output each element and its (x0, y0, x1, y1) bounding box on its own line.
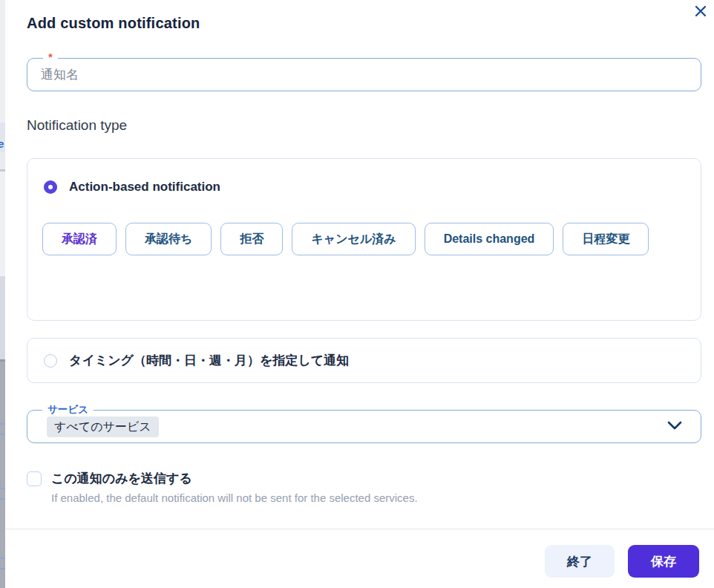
action-option-label: Action-based notification (69, 180, 220, 195)
chevron-down-icon (666, 420, 683, 434)
exclusive-send-label[interactable]: この通知のみを送信する (51, 470, 418, 488)
background-row-line (0, 498, 5, 500)
exclusive-send-texts: この通知のみを送信する If enabled, the default noti… (51, 470, 418, 504)
chip-rejected[interactable]: 拒否 (220, 223, 283, 255)
dialog-footer: 終了 保存 (545, 545, 699, 578)
close-button[interactable]: 終了 (545, 545, 615, 578)
notification-type-heading: Notification type (27, 117, 127, 134)
chip-schedule-changed[interactable]: 日程変更 (563, 223, 649, 255)
action-chip-list: 承認済 承認待ち 拒否 キャンセル済み Details changed 日程変更 (42, 223, 690, 255)
background-segment (0, 0, 5, 122)
add-custom-notification-dialog: Add custom notification * Notification t… (5, 0, 714, 588)
chip-approved[interactable]: 承認済 (42, 223, 117, 255)
background-row-line (0, 423, 5, 425)
background-segment (0, 172, 5, 276)
service-value-chip: すべてのサービス (47, 416, 159, 437)
save-button[interactable]: 保存 (628, 545, 699, 578)
footer-divider (6, 529, 714, 529)
chip-cancelled[interactable]: キャンセル済み (292, 223, 415, 255)
background-segment (0, 362, 5, 588)
checkbox-icon[interactable] (27, 471, 42, 486)
background-segment (0, 152, 5, 169)
exclusive-send-row: この通知のみを送信する If enabled, the default noti… (27, 470, 418, 504)
service-select-label: サービス (42, 404, 94, 416)
background-clipped-text: e (0, 137, 4, 150)
background-page-edge: e (0, 0, 5, 588)
background-row-line (0, 558, 5, 559)
notification-name-field: * (27, 58, 701, 91)
background-row-line (0, 434, 5, 435)
timing-option-box[interactable]: タイミング（時間・日・週・月）を指定して通知 (27, 338, 701, 383)
chip-pending-approval[interactable]: 承認待ち (125, 223, 212, 255)
chip-details-changed[interactable]: Details changed (425, 223, 554, 255)
background-row-line (0, 568, 5, 569)
close-icon[interactable] (693, 4, 708, 19)
background-segment (0, 276, 5, 359)
service-select[interactable]: サービス すべてのサービス (27, 410, 701, 443)
background-row-line (0, 488, 5, 489)
exclusive-send-helper: If enabled, the default notification wil… (51, 491, 418, 504)
dialog-title: Add custom notification (27, 15, 200, 32)
required-marker: * (43, 51, 58, 63)
action-based-radio-row[interactable]: Action-based notification (44, 180, 220, 195)
action-based-option-box: Action-based notification 承認済 承認待ち 拒否 キャ… (27, 158, 701, 321)
notification-name-input[interactable] (27, 58, 701, 91)
radio-button-icon[interactable] (44, 180, 57, 194)
timing-option-label: タイミング（時間・日・週・月）を指定して通知 (69, 352, 349, 369)
radio-button-icon[interactable] (44, 354, 57, 368)
